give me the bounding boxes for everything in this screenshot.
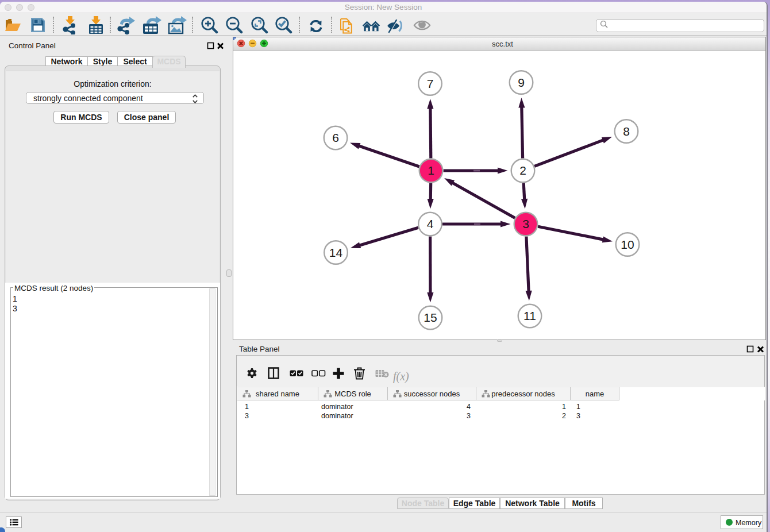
- svg-text:11: 11: [523, 309, 536, 322]
- svg-text:14: 14: [329, 246, 343, 259]
- svg-text:15: 15: [424, 311, 437, 324]
- svg-text:10: 10: [621, 238, 634, 251]
- svg-text:1: 1: [428, 164, 434, 177]
- svg-text:2: 2: [519, 164, 526, 177]
- svg-text:4: 4: [427, 217, 434, 230]
- svg-text:3: 3: [522, 217, 529, 230]
- svg-text:8: 8: [623, 125, 630, 138]
- svg-text:9: 9: [518, 76, 525, 89]
- svg-text:6: 6: [332, 131, 339, 144]
- svg-text:7: 7: [427, 77, 434, 90]
